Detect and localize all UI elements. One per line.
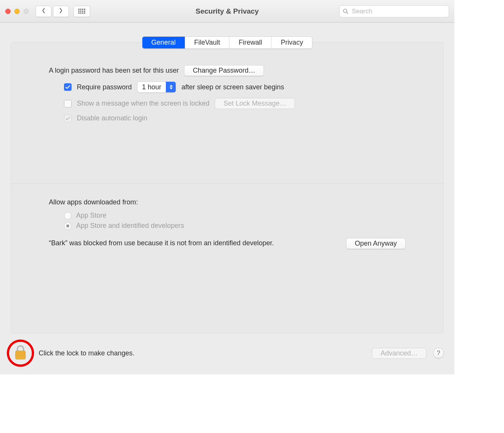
- after-sleep-text: after sleep or screen saver begins: [181, 83, 284, 91]
- chevron-left-icon: [41, 8, 46, 15]
- highlight-circle: [7, 340, 34, 367]
- tab-privacy[interactable]: Privacy: [272, 37, 312, 48]
- radio-identified-developers-label: App Store and identified developers: [76, 222, 184, 230]
- checkmark-icon: [65, 115, 71, 121]
- show-all-button[interactable]: [73, 6, 90, 17]
- lock-button[interactable]: [7, 340, 34, 367]
- lock-hint-text: Click the lock to make changes.: [39, 349, 134, 357]
- forward-button[interactable]: [53, 6, 69, 17]
- search-input[interactable]: [339, 5, 449, 17]
- radio-identified-developers-input: [64, 222, 72, 230]
- zoom-window-button[interactable]: [23, 9, 29, 14]
- show-lock-message-label: Show a message when the screen is locked: [77, 100, 209, 107]
- stepper-icon: [166, 82, 176, 92]
- checkmark-icon: [65, 84, 71, 90]
- search-icon: [343, 8, 349, 14]
- divider: [11, 184, 443, 184]
- allow-apps-label: Allow apps downloaded from:: [49, 198, 406, 206]
- help-button[interactable]: ?: [433, 348, 444, 358]
- set-lock-message-button: Set Lock Message…: [215, 98, 295, 109]
- svg-line-1: [346, 12, 348, 14]
- radio-identified-developers: App Store and identified developers: [64, 222, 406, 230]
- close-window-button[interactable]: [5, 9, 11, 14]
- delay-value: 1 hour: [137, 83, 166, 91]
- blocked-app-message: “Bark” was blocked from use because it i…: [49, 238, 274, 248]
- nav-group: [36, 6, 69, 17]
- grid-icon: [78, 9, 85, 14]
- show-lock-message-checkbox: [64, 100, 72, 107]
- content: General FileVault Firewall Privacy A log…: [0, 23, 454, 374]
- preferences-window: Security & Privacy General FileVault Fir…: [0, 0, 454, 374]
- radio-app-store-label: App Store: [76, 212, 106, 220]
- minimize-window-button[interactable]: [14, 9, 20, 14]
- require-password-label: Require password: [77, 83, 132, 91]
- open-anyway-button[interactable]: Open Anyway: [346, 238, 406, 249]
- radio-app-store-input: [64, 212, 72, 220]
- disable-auto-login-label: Disable automatic login: [77, 114, 147, 122]
- require-password-checkbox[interactable]: [64, 83, 72, 91]
- footer: Click the lock to make changes. Advanced…: [0, 333, 454, 374]
- tab-general[interactable]: General: [142, 37, 185, 48]
- change-password-button[interactable]: Change Password…: [184, 65, 264, 76]
- require-password-delay-select[interactable]: 1 hour: [137, 81, 176, 93]
- back-button[interactable]: [36, 6, 51, 17]
- help-icon: ?: [437, 349, 440, 357]
- tab-firewall[interactable]: Firewall: [229, 37, 272, 48]
- tabs: General FileVault Firewall Privacy: [0, 36, 454, 49]
- window-controls: [5, 9, 29, 14]
- general-panel: A login password has been set for this u…: [11, 42, 444, 333]
- disable-auto-login-checkbox: [64, 115, 72, 122]
- toolbar: Security & Privacy: [0, 0, 454, 23]
- chevron-right-icon: [59, 8, 63, 15]
- advanced-button: Advanced…: [372, 348, 426, 359]
- search-wrap: [339, 5, 449, 17]
- tab-filevault[interactable]: FileVault: [185, 37, 230, 48]
- login-password-text: A login password has been set for this u…: [49, 67, 179, 75]
- radio-app-store: App Store: [64, 212, 406, 220]
